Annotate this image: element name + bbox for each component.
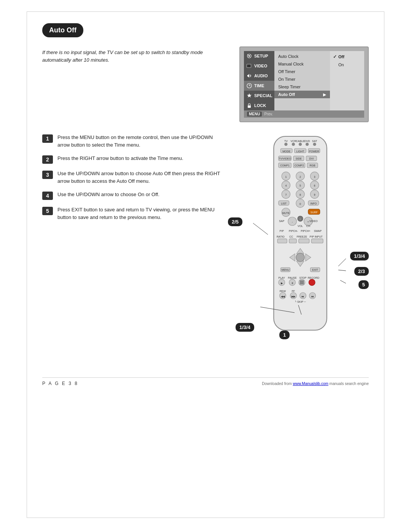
step-text-5: Press EXIT button to save and return to …	[57, 206, 220, 221]
svg-rect-62	[277, 239, 287, 243]
svg-text:MODE: MODE	[282, 150, 290, 153]
callout-134-bottom: 1/3/4	[236, 323, 254, 332]
page-number: P A G E 3 8	[42, 381, 78, 386]
svg-text:RGB: RGB	[310, 164, 315, 167]
sidebar-setup: SETUP	[244, 51, 274, 61]
svg-text:FF: FF	[292, 290, 295, 292]
step-4: 4 Use the UP/DOWN arrow to choose On or …	[42, 191, 220, 200]
btn-dpad-center	[296, 253, 304, 262]
step-text-3: Use the UP/DOWN arrow button to choose A…	[57, 170, 220, 185]
page-footer: P A G E 3 8 Downloaded from www.Manualsl…	[42, 377, 369, 386]
steps-section: 1 Press the MENU button on the remote co…	[42, 134, 369, 362]
sidebar-video: VIDEO	[244, 61, 274, 71]
svg-text:VCR: VCR	[291, 140, 296, 142]
clock-icon	[246, 83, 252, 89]
svg-text:REW: REW	[280, 290, 286, 292]
indicator-cable	[299, 143, 302, 146]
indicator-dvd	[306, 143, 309, 146]
intro-text: If there is no input signal, the TV can …	[42, 46, 228, 64]
svg-text:PIPCH+: PIPCH+	[301, 230, 310, 232]
svg-text:FREEZE: FREEZE	[296, 235, 307, 238]
menu-footer-text: Prev.	[264, 112, 273, 116]
step-number-2: 2	[42, 155, 53, 164]
svg-text:▶▶: ▶▶	[292, 295, 296, 298]
svg-text:MENU: MENU	[282, 268, 290, 271]
sidebar-special: SPECIAL	[244, 91, 274, 101]
svg-text:◀◀: ◀◀	[281, 295, 285, 298]
svg-text:INFO: INFO	[311, 202, 317, 205]
sidebar-lock: LOCK	[244, 101, 274, 110]
svg-rect-8	[248, 105, 251, 108]
svg-text:1: 1	[285, 176, 287, 178]
remote-svg: TV VCR CABLE DVD SAT MODE LIGHT POWER TV…	[258, 134, 342, 335]
menu-auto-clock: Auto Clock	[274, 53, 330, 60]
menu-submenu: ✓ Off On	[330, 51, 364, 110]
svg-point-2	[249, 55, 250, 57]
page-container: Auto Off If there is no input signal, th…	[27, 11, 384, 518]
svg-text:CABLE: CABLE	[296, 140, 305, 142]
video-icon	[246, 63, 252, 69]
svg-text:LIGHT: LIGHT	[296, 150, 304, 153]
steps-list: 1 Press the MENU button on the remote co…	[42, 134, 220, 362]
svg-text:TV: TV	[284, 140, 288, 142]
svg-text:CH: CH	[306, 225, 310, 227]
special-icon	[246, 93, 252, 99]
indicator-sat	[313, 143, 316, 146]
lock-icon	[246, 102, 252, 109]
svg-text:3: 3	[314, 176, 315, 178]
top-section: If there is no input signal, the TV can …	[42, 46, 369, 122]
svg-text:PIPCH-: PIPCH-	[289, 230, 298, 232]
sidebar-time: TIME	[244, 81, 274, 91]
svg-text:DVI: DVI	[309, 157, 314, 160]
svg-text:⏭: ⏭	[311, 295, 314, 298]
svg-text:6: 6	[314, 184, 315, 187]
svg-text:8: 8	[299, 193, 301, 196]
step-3: 3 Use the UP/DOWN arrow button to choose…	[42, 170, 220, 185]
remote-control-area: 2/5 1/3/4 1 1/3/4 2/3 5 TV	[228, 134, 369, 362]
menu-footer: MENU Prev.	[244, 110, 364, 118]
callout-23-right: 2/3	[354, 267, 369, 276]
svg-text:EXIT: EXIT	[312, 268, 318, 271]
svg-text:└ SKIP ─: └ SKIP ─	[295, 300, 306, 303]
tv-menu-screenshot: SETUP VIDEO	[239, 46, 369, 122]
svg-text:2: 2	[299, 176, 301, 178]
svg-rect-74	[300, 280, 304, 284]
audio-icon	[246, 73, 252, 79]
indicator-vcr	[292, 143, 295, 146]
svg-rect-63	[289, 239, 297, 243]
svg-text:STOP: STOP	[299, 276, 307, 279]
svg-text:RECORD: RECORD	[308, 276, 319, 279]
svg-text:DVD: DVD	[304, 140, 310, 142]
svg-text:COMP2: COMP2	[295, 164, 304, 167]
menu-on-timer: On Timer	[274, 75, 330, 83]
step-5: 5 Press EXIT button to save and return t…	[42, 206, 220, 221]
svg-text:PAUSE: PAUSE	[288, 276, 297, 279]
svg-text:PIP INPUT: PIP INPUT	[310, 235, 323, 238]
svg-text:POWER: POWER	[309, 150, 319, 153]
step-text-1: Press the MENU button on the remote cont…	[57, 134, 220, 149]
step-text-2: Press the RIGHT arrow button to activate…	[57, 155, 183, 162]
svg-text:PLAY: PLAY	[279, 276, 285, 279]
svg-text:+: +	[307, 220, 309, 223]
svg-text:SAT: SAT	[312, 140, 317, 142]
submenu-off: ✓ Off	[330, 53, 364, 61]
svg-rect-64	[299, 239, 309, 243]
check-icon: ✓	[333, 54, 337, 59]
svg-rect-4	[247, 64, 251, 67]
manualslib-link[interactable]: www.Manualslib.com	[293, 382, 328, 386]
svg-text:MUTE: MUTE	[282, 212, 290, 214]
svg-text:9: 9	[314, 193, 315, 196]
svg-text:VOL: VOL	[298, 225, 303, 227]
callout-2-5: 2/5	[228, 217, 242, 226]
menu-sidebar: SETUP VIDEO	[244, 51, 274, 110]
btn-record	[309, 279, 315, 286]
indicator-tv	[284, 143, 287, 146]
satellite-icon	[246, 53, 252, 59]
svg-text:COMP1: COMP1	[280, 164, 290, 167]
svg-text:PIP: PIP	[280, 230, 284, 232]
menu-sleep-timer: Sleep Timer	[274, 83, 330, 91]
callout-134-right: 1/3/4	[350, 252, 369, 260]
svg-text:5: 5	[299, 184, 301, 187]
step-2: 2 Press the RIGHT arrow button to activa…	[42, 155, 220, 164]
step-number-1: 1	[42, 134, 53, 143]
